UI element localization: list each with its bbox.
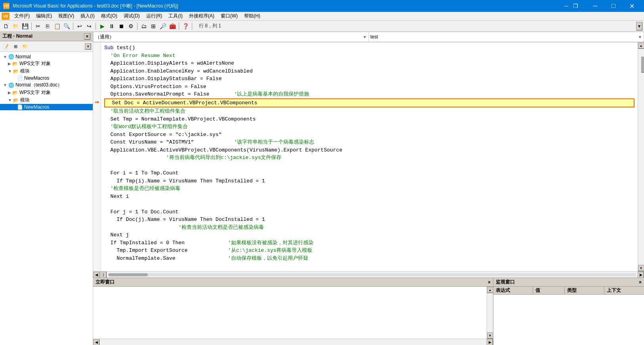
toolbar-undo[interactable]: ↩ (75, 22, 84, 31)
menu-bar: VB 文件(F) 编辑(E) 视图(V) 插入(I) 格式(O) 调试(D) 运… (0, 12, 644, 21)
maximize-button[interactable]: □ (604, 0, 623, 12)
tree-item-wps-objects-2[interactable]: ▶ 📂 WPS文字 对象 (0, 89, 93, 96)
toolbar-paste[interactable]: 📋 (53, 22, 61, 31)
watch-col-context: 上下文 (604, 287, 644, 294)
immediate-bottom-area: ◀ ▶ (93, 339, 493, 345)
toolbar-copy[interactable]: ⎘ (43, 22, 52, 31)
code-line-28: NormalTemplate.Save '自动保存模板，以免引起用户怀疑 (104, 255, 634, 263)
toolbar-redo[interactable]: ↪ (85, 22, 94, 31)
code-dropdown-left-label: （通用） (95, 34, 114, 40)
code-line-19: '检查模板是否已经被感染病毒 (104, 185, 634, 193)
toolbar-open[interactable]: 📁 (11, 22, 20, 31)
project-close-button[interactable]: × (84, 33, 90, 40)
tree-label-newmacros-1: NewMacros (24, 75, 49, 81)
code-scroll-down[interactable]: ▼ (638, 265, 644, 271)
code-hscroll-left[interactable]: ◀ (93, 272, 99, 278)
menu-view[interactable]: 视图(V) (55, 12, 77, 20)
project-view-code[interactable]: 📝 (2, 42, 10, 51)
immediate-scroll-down[interactable]: ▼ (487, 332, 493, 339)
immediate-close-button[interactable]: × (488, 280, 491, 285)
code-hscroll-right[interactable]: ▶ (638, 272, 644, 278)
gutter-1 (93, 44, 101, 52)
sub-minimize-button[interactable]: ─ (563, 3, 570, 9)
toolbar-properties[interactable]: ⊞ (149, 22, 158, 31)
menu-help[interactable]: 帮助(H) (241, 12, 264, 20)
tree-icon-newmacros-1: 📄 (17, 75, 23, 81)
tree-item-normal[interactable]: ▼ 🌐 Normal (0, 54, 93, 60)
code-line-21 (104, 200, 634, 208)
menu-insert[interactable]: 插入(I) (77, 12, 97, 20)
gutter-2 (93, 52, 101, 60)
sub-restore-button[interactable]: ❐ (571, 3, 580, 9)
tree-icon-wps-2: 📂 (12, 90, 18, 96)
code-hscroll-thumb[interactable] (108, 273, 148, 276)
menu-file[interactable]: 文件(F) (11, 12, 33, 20)
tree-item-newmacros-1[interactable]: ▶ 📄 NewMacros (0, 75, 93, 81)
tree-label-modules-1: 模块 (20, 68, 30, 75)
code-scroll-up[interactable]: ▲ (638, 42, 644, 49)
toolbar-scroll-right[interactable]: ▾ (636, 22, 642, 31)
immediate-hscroll-right[interactable]: ▶ (487, 339, 493, 345)
code-dropdown-left[interactable]: （通用） ▼ (93, 32, 369, 42)
watch-col-expression: 表达式 (493, 287, 533, 294)
toolbar-find[interactable]: 🔍 (62, 22, 71, 31)
code-line-1: Sub test() (104, 44, 634, 52)
code-editor[interactable]: Sub test() 'On Error Resume Next Applica… (101, 42, 638, 271)
tree-icon-test03: 🌐 (8, 82, 14, 88)
project-tree-scroll[interactable]: ▾ (85, 43, 91, 50)
tree-label-newmacros-2: NewMacros (24, 104, 49, 110)
project-view-object[interactable]: ⊞ (11, 42, 20, 51)
tree-label-normal: Normal (15, 54, 31, 59)
code-hscroll-track[interactable] (108, 273, 636, 276)
toolbar-help[interactable]: ❓ (181, 22, 190, 31)
immediate-content[interactable] (93, 287, 487, 339)
code-hscroll-split1[interactable]: | (100, 272, 107, 278)
main-layout: 工程 - Normal × 📝 ⊞ 📁 ▾ ▼ 🌐 Normal ▶ 📂 (0, 32, 644, 345)
window-controls: ─ □ ✕ (586, 0, 641, 12)
menu-format[interactable]: 格式(O) (98, 12, 120, 20)
watch-close-button[interactable]: × (639, 280, 642, 285)
menu-debug[interactable]: 调试(D) (120, 12, 143, 20)
tree-arrow-normal: ▼ (3, 55, 7, 59)
toolbar-toolbox[interactable]: 🧰 (168, 22, 177, 31)
minimize-button[interactable]: ─ (586, 0, 604, 12)
title-bar: VB Microsoft Visual Basic for Applicatio… (0, 0, 644, 12)
toolbar-new[interactable]: 🗋 (2, 22, 10, 31)
code-line-18: If Tmp(i).Name = VirusName Then TmpInsta… (104, 177, 634, 185)
project-toolbar: 📝 ⊞ 📁 ▾ (0, 41, 93, 52)
toolbar-save[interactable]: 💾 (21, 22, 29, 31)
immediate-hscroll-left[interactable]: ◀ (93, 339, 99, 345)
project-toggle-folders[interactable]: 📁 (21, 42, 29, 51)
immediate-scroll-up[interactable]: ▲ (487, 287, 493, 293)
tree-item-test03[interactable]: ▼ 🌐 Normal（test03.doc） (0, 81, 93, 89)
project-panel: 工程 - Normal × 📝 ⊞ 📁 ▾ ▼ 🌐 Normal ▶ 📂 (0, 32, 93, 345)
dropdown-arrow-left: ▼ (363, 35, 367, 39)
toolbar-stop[interactable]: ⏹ (117, 22, 126, 31)
tree-item-modules-2[interactable]: ▼ 📂 模块 (0, 96, 93, 104)
code-line-25: Next j (104, 231, 634, 239)
toolbar-objectbrowser[interactable]: 🔎 (159, 22, 167, 31)
menu-window[interactable]: 窗口(W) (218, 12, 241, 20)
immediate-hscroll-track[interactable] (99, 339, 487, 345)
tree-item-modules-1[interactable]: ▼ 📂 模块 (0, 67, 93, 75)
code-line-20: Next i (104, 193, 634, 201)
immediate-vscroll: ▲ ▼ (487, 287, 493, 339)
toolbar-run[interactable]: ▶ (98, 22, 107, 31)
toolbar-break[interactable]: ⏸ (107, 22, 116, 31)
close-button[interactable]: ✕ (623, 0, 641, 12)
watch-col-value: 值 (533, 287, 565, 294)
toolbar-explorer[interactable]: 🗂 (140, 22, 148, 31)
title-text: Microsoft Visual Basic for Applications … (13, 3, 560, 10)
tree-item-wps-objects-1[interactable]: ▶ 📂 WPS文字 对象 (0, 60, 93, 67)
toolbar-cut[interactable]: ✂ (34, 22, 42, 31)
gutter-7 (93, 90, 101, 98)
code-scroll-thumb[interactable] (641, 57, 644, 73)
menu-addins[interactable]: 外接程序(A) (186, 12, 218, 20)
code-dropdown-right[interactable]: test ▼ (369, 32, 644, 42)
menu-edit[interactable]: 编辑(E) (33, 12, 55, 20)
toolbar-design[interactable]: ⚙ (126, 22, 135, 31)
tree-item-newmacros-2[interactable]: ▶ 📄 NewMacros (0, 104, 93, 110)
toolbar: 🗋 📁 💾 ✂ ⎘ 📋 🔍 ↩ ↪ ▶ ⏸ ⏹ ⚙ 🗂 ⊞ 🔎 🧰 ❓ 行 8，… (0, 21, 644, 32)
menu-run[interactable]: 运行(R) (143, 12, 166, 20)
menu-tools[interactable]: 工具(I) (165, 12, 185, 20)
